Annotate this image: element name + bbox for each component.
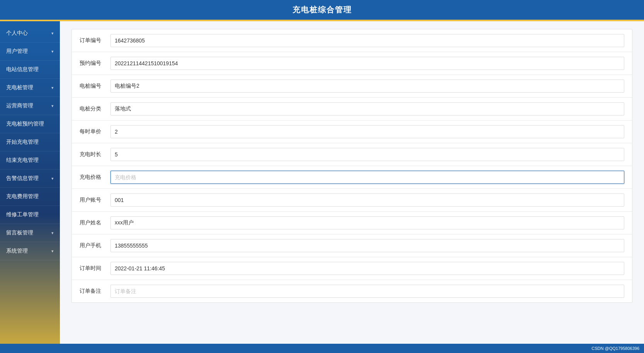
bottom-bar-text: CSDN @QQ1795806396 [591,346,639,351]
field-label-user-phone: 用户手机 [80,242,110,249]
sidebar-item-label: 系统管理 [6,248,28,255]
field-input-user-phone[interactable] [110,239,624,252]
field-input-charge-price[interactable] [110,171,624,184]
sidebar-item-label: 维修工单管理 [6,211,39,218]
sidebar-item-label: 电站信息管理 [6,66,39,73]
field-label-order-number: 订单编号 [80,37,110,44]
field-label-reservation-number: 预约编号 [80,60,110,67]
form-row-charger-type: 电桩分类 [72,98,632,120]
sidebar-item-label: 充电桩管理 [6,84,33,91]
content-area: 订单编号预约编号电桩编号电桩分类每时单价充电时长充电价格用户账号用户姓名用户手机… [60,21,644,344]
field-label-hourly-price: 每时单价 [80,128,110,135]
chevron-icon: ▾ [51,176,54,181]
field-label-order-time: 订单时间 [80,265,110,272]
field-input-charge-duration[interactable] [110,148,624,161]
sidebar-item-personal-center[interactable]: 个人中心▾ [0,24,60,42]
field-input-user-name[interactable] [110,216,624,229]
field-label-charge-price: 充电价格 [80,174,110,181]
sidebar-item-charger-management[interactable]: 充电桩管理▾ [0,79,60,97]
sidebar: 个人中心▾用户管理▾电站信息管理充电桩管理▾运营商管理▾充电桩预约管理开始充电管… [0,21,60,344]
sidebar-item-alarm-info[interactable]: 告警信息管理▾ [0,170,60,188]
chevron-icon: ▾ [51,231,54,236]
sidebar-item-charge-fee[interactable]: 充电费用管理 [0,188,60,206]
form-row-user-phone: 用户手机 [72,234,632,257]
form-row-reservation-number: 预约编号 [72,52,632,75]
form-row-order-number: 订单编号 [72,29,632,52]
sidebar-item-label: 结束充电管理 [6,157,39,164]
form-row-user-account: 用户账号 [72,189,632,212]
sidebar-item-start-charge[interactable]: 开始充电管理 [0,133,60,151]
field-label-order-remark: 订单备注 [80,288,110,295]
field-label-charger-number: 电桩编号 [80,83,110,90]
chevron-icon: ▾ [51,31,54,36]
field-label-user-account: 用户账号 [80,197,110,204]
form-row-hourly-price: 每时单价 [72,120,632,143]
chevron-icon: ▾ [51,85,54,90]
form-row-user-name: 用户姓名 [72,212,632,234]
field-input-hourly-price[interactable] [110,125,624,138]
sidebar-item-end-charge[interactable]: 结束充电管理 [0,151,60,170]
field-label-user-name: 用户姓名 [80,219,110,226]
sidebar-item-label: 用户管理 [6,48,28,55]
sidebar-item-repair-order[interactable]: 维修工单管理 [0,206,60,224]
sidebar-item-user-management[interactable]: 用户管理▾ [0,42,60,61]
field-input-reservation-number[interactable] [110,57,624,70]
sidebar-item-station-info[interactable]: 电站信息管理 [0,61,60,79]
sidebar-item-charger-reservation[interactable]: 充电桩预约管理 [0,115,60,133]
sidebar-item-label: 开始充电管理 [6,139,39,146]
sidebar-item-operator-management[interactable]: 运营商管理▾ [0,97,60,115]
chevron-icon: ▾ [51,249,54,254]
form-row-charger-number: 电桩编号 [72,75,632,98]
field-label-charge-duration: 充电时长 [80,151,110,158]
bottom-bar: CSDN @QQ1795806396 [0,344,644,353]
form-row-order-remark: 订单备注 [72,280,632,302]
main-layout: 个人中心▾用户管理▾电站信息管理充电桩管理▾运营商管理▾充电桩预约管理开始充电管… [0,21,644,344]
form-row-charge-price: 充电价格 [72,166,632,189]
page-header: 充电桩综合管理 [0,0,644,20]
field-label-charger-type: 电桩分类 [80,105,110,112]
page-title: 充电桩综合管理 [292,5,352,14]
field-input-order-time[interactable] [110,262,624,275]
form-container: 订单编号预约编号电桩编号电桩分类每时单价充电时长充电价格用户账号用户姓名用户手机… [71,29,632,303]
chevron-icon: ▾ [51,49,54,54]
field-input-order-number[interactable] [110,34,624,47]
field-input-charger-number[interactable] [110,80,624,93]
field-input-order-remark[interactable] [110,285,624,298]
sidebar-item-system-management[interactable]: 系统管理▾ [0,242,60,260]
sidebar-item-message-board[interactable]: 留言板管理▾ [0,224,60,242]
sidebar-item-label: 告警信息管理 [6,175,39,182]
sidebar-item-label: 运营商管理 [6,102,33,109]
field-input-charger-type[interactable] [110,102,624,115]
sidebar-item-label: 个人中心 [6,30,28,37]
form-row-charge-duration: 充电时长 [72,143,632,166]
chevron-icon: ▾ [51,104,54,109]
sidebar-item-label: 充电桩预约管理 [6,120,44,127]
field-input-user-account[interactable] [110,193,624,207]
form-row-order-time: 订单时间 [72,257,632,280]
sidebar-item-label: 充电费用管理 [6,193,39,200]
sidebar-item-label: 留言板管理 [6,229,33,236]
